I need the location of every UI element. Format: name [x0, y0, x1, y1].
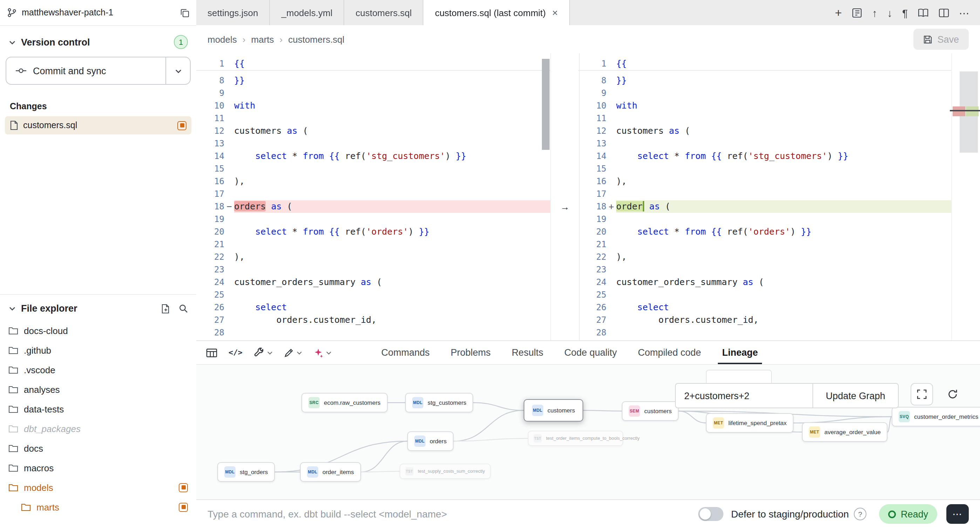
git-commit-icon: [16, 67, 27, 75]
lint-icon[interactable]: [284, 348, 302, 357]
line-number-text: 12: [578, 125, 606, 137]
docs-icon[interactable]: [918, 8, 929, 17]
tree-item-docs[interactable]: docs: [0, 438, 196, 458]
lineage-node-customer-order-metrics[interactable]: SVQcustomer_order_metrics: [892, 407, 980, 427]
file-explorer-header[interactable]: File explorer: [0, 295, 196, 321]
tree-item-data-tests[interactable]: data-tests: [0, 399, 196, 419]
lineage-node-test-order-items-compute-to-bools-correctly[interactable]: TSTtest_order_items_compute_to_bools_cor…: [528, 431, 623, 446]
panel-tab-compiled-code[interactable]: Compiled code: [627, 341, 711, 364]
help-icon[interactable]: ?: [854, 508, 866, 520]
line-number: 14: [578, 150, 616, 162]
results-table-icon[interactable]: [206, 348, 217, 357]
new-file-icon[interactable]: [161, 304, 170, 313]
tab-customers-sql[interactable]: customers.sql: [344, 0, 423, 25]
diff-editor[interactable]: 1{{8}}910with1112customers as (1314 sele…: [196, 53, 980, 340]
command-input[interactable]: Type a command, ex. dbt build --select <…: [207, 508, 698, 520]
ai-fix-icon[interactable]: [313, 348, 332, 357]
version-control-badge: 1: [174, 35, 188, 49]
status-more-button[interactable]: ⋯: [947, 504, 969, 524]
panel-tab-code-quality[interactable]: Code quality: [554, 341, 627, 364]
node-type-icon: SEM: [629, 406, 640, 417]
changed-file-customers-sql[interactable]: customers.sql: [5, 116, 191, 135]
line-number: 16: [196, 175, 234, 188]
diff-marker: [606, 276, 616, 289]
lineage-node-customers[interactable]: MDLcustomers: [523, 399, 583, 422]
defer-toggle[interactable]: [698, 507, 724, 521]
fullscreen-icon[interactable]: [911, 383, 933, 406]
code-line: 27 orders.customer_id,: [196, 314, 550, 326]
minimap[interactable]: [951, 53, 980, 340]
commit-and-sync-action[interactable]: Commit and sync: [6, 57, 165, 84]
panel-tab-commands[interactable]: Commands: [371, 341, 440, 364]
line-number-text: 13: [578, 137, 606, 150]
branch-name[interactable]: matthewshaver-patch-1: [22, 8, 175, 17]
lineage-selector-input[interactable]: 2+customers+2: [675, 383, 813, 408]
tab-label: customers.sql (last commit): [435, 7, 546, 18]
lineage-node-stg-customers[interactable]: MDLstg_customers: [405, 393, 474, 412]
tree-item-models[interactable]: models: [0, 477, 196, 497]
plus-icon[interactable]: +: [835, 7, 842, 19]
update-graph-button[interactable]: Update Graph: [813, 383, 899, 408]
panel-tab-results[interactable]: Results: [501, 341, 554, 364]
tree-item-dbt-packages[interactable]: dbt_packages: [0, 419, 196, 438]
panel-tab-lineage[interactable]: Lineage: [711, 341, 768, 364]
lineage-node-test-supply-costs-sum-correctly[interactable]: TSTtest_supply_costs_sum_correctly: [399, 464, 491, 479]
lineage-node-orders[interactable]: MDLorders: [407, 431, 453, 451]
scrollbar-thumb[interactable]: [542, 59, 550, 150]
tree-item-docs-cloud[interactable]: docs-cloud: [0, 321, 196, 340]
breadcrumb-separator: ›: [243, 34, 246, 44]
tab-customers-sql-last-commit[interactable]: customers.sql (last commit)×: [424, 0, 570, 25]
diff-right-pane[interactable]: 1{{8}}910with1112customers as (1314 sele…: [578, 53, 952, 340]
version-control-header[interactable]: Version control 1: [0, 26, 196, 55]
commit-options-caret[interactable]: [165, 57, 190, 84]
lineage-node-average-order-value[interactable]: METaverage_order_value: [802, 422, 888, 442]
line-number-text: 27: [578, 314, 606, 326]
more-icon[interactable]: ⋯: [959, 7, 969, 18]
copy-branch-icon[interactable]: [180, 8, 189, 17]
apply-change-arrow[interactable]: →: [557, 200, 573, 213]
search-icon[interactable]: [179, 304, 188, 313]
breadcrumb-models[interactable]: models: [207, 34, 237, 44]
build-icon[interactable]: [254, 347, 273, 358]
move-up-icon[interactable]: ↑: [872, 7, 877, 18]
format-icon[interactable]: ¶: [902, 7, 908, 18]
breadcrumb: models›marts›customers.sql: [207, 34, 345, 44]
tree-item-label: docs-cloud: [24, 325, 68, 336]
node-type-icon: MDL: [412, 397, 423, 408]
save-button[interactable]: Save: [913, 29, 969, 50]
move-down-icon[interactable]: ↓: [887, 7, 892, 18]
code-icon[interactable]: </>: [229, 348, 243, 357]
split-editor-icon[interactable]: [939, 8, 949, 17]
code-line: 13: [196, 137, 550, 150]
editor-tab-bar: settings.json_models.ymlcustomers.sqlcus…: [196, 0, 980, 26]
tab-models-yml[interactable]: _models.yml: [270, 0, 345, 25]
status-ready-badge[interactable]: Ready: [879, 504, 937, 524]
panel-tab-problems[interactable]: Problems: [440, 341, 501, 364]
code-text: {{: [616, 57, 952, 70]
tree-item-marts[interactable]: marts: [0, 497, 196, 517]
line-number-text: 14: [578, 150, 606, 162]
lineage-node-customers[interactable]: SEMcustomers: [622, 401, 679, 421]
tree-item-vscode[interactable]: .vscode: [0, 360, 196, 379]
code-line: 11: [196, 112, 550, 125]
code-text: select: [234, 301, 550, 314]
lineage-canvas[interactable]: SRCecom.raw_customersMDLstg_customersMDL…: [196, 365, 980, 500]
tree-item-github[interactable]: .github: [0, 340, 196, 360]
lineage-node-ecom-raw-customers[interactable]: SRCecom.raw_customers: [301, 393, 388, 412]
lineage-node-order-items[interactable]: MDLorder_items: [300, 462, 361, 482]
lineage-node-lifetime-spend-pretax[interactable]: METlifetime_spend_pretax: [706, 413, 794, 433]
line-number: 1: [196, 57, 234, 70]
refresh-icon[interactable]: [942, 383, 964, 406]
breadcrumb-customers-sql[interactable]: customers.sql: [288, 34, 344, 44]
diff-marker: [606, 125, 616, 137]
code-line: 26 select: [578, 301, 952, 314]
tree-item-macros[interactable]: macros: [0, 458, 196, 477]
tab-settings-json[interactable]: settings.json: [196, 0, 270, 25]
notebook-icon[interactable]: [852, 7, 862, 18]
breadcrumb-marts[interactable]: marts: [251, 34, 274, 44]
tree-item-analyses[interactable]: analyses: [0, 379, 196, 399]
diff-left-pane[interactable]: 1{{8}}910with1112customers as (1314 sele…: [196, 53, 550, 340]
lineage-node-stg-orders[interactable]: MDLstg_orders: [217, 462, 275, 482]
close-tab-icon[interactable]: ×: [552, 7, 558, 18]
diff-marker: [224, 301, 234, 314]
